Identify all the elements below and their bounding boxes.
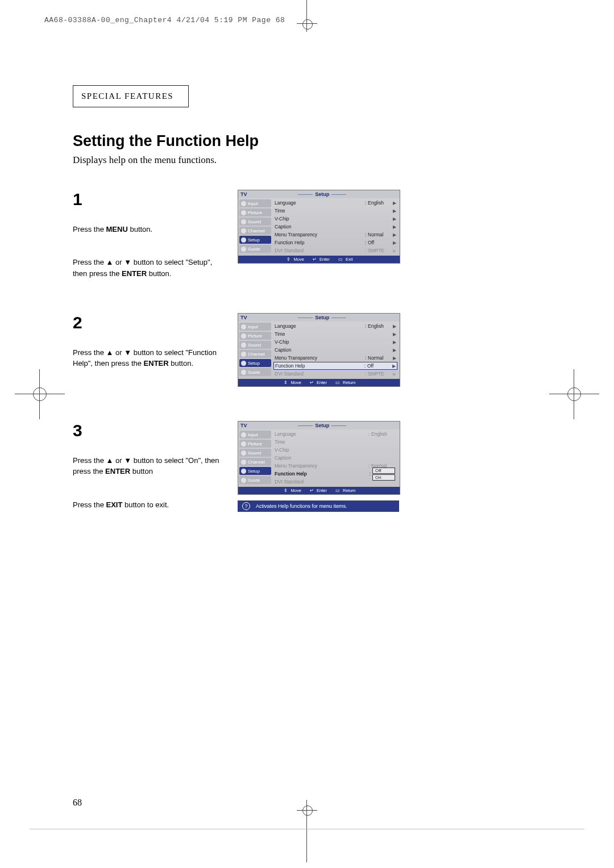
osd-tv-label: TV [240,191,247,197]
down-arrow-icon: ▼ [124,456,131,465]
up-arrow-icon: ▲ [106,258,114,266]
help-icon: ? [242,502,250,510]
osd-row-function-help: Function Help: Off On [273,470,397,478]
step-2: 2 Press the ▲ or ▼ button to select "Fun… [73,313,541,387]
osd-screenshot-3: TV Setup Input Picture Sound Channel Set… [238,421,400,495]
step-number: 1 [73,190,221,209]
up-arrow-icon: ▲ [106,456,114,465]
sidebar-item: Sound [239,218,271,226]
crop-mark-top [300,22,314,44]
right-arrow-icon: ▶ [393,240,396,245]
page-bottom-rule [30,829,584,829]
step-1: 1 Press the MENU button. Press the ▲ or … [73,190,541,279]
help-tooltip-bar: ? Activates Help functions for menu item… [238,500,399,512]
step-body: Press the ▲ or ▼ button to select "Funct… [73,336,221,369]
sidebar-item: Guide [239,245,271,253]
osd-screenshot-2: TV Setup Input Picture Sound Channel Set… [238,313,400,387]
osd-title: Setup [247,423,397,428]
input-icon [241,201,246,206]
sidebar-item-selected: Setup [239,236,271,244]
sidebar-item: Input [239,199,271,207]
osd-sidebar: Input Picture Sound Channel Setup Guide [238,198,272,256]
registration-mark-right [563,383,586,406]
right-arrow-icon: ▶ [393,224,396,229]
dropdown-option: Off [372,468,395,474]
page-title: Setting the Function Help [73,132,541,150]
down-arrow-icon: ▼ [124,348,131,357]
osd-title: Setup [247,315,397,320]
sidebar-item: Channel [239,227,271,235]
osd-screenshot-1: TV Setup Input Picture Sound Channel Set… [238,190,400,264]
guide-icon [241,247,246,252]
right-arrow-icon: ▶ [393,248,396,253]
osd-tv-label: TV [240,423,247,428]
step-number: 2 [73,313,221,332]
section-label: SPECIAL FEATURES [73,85,189,107]
right-arrow-icon: ▶ [393,208,396,214]
down-arrow-icon: ▼ [124,258,131,266]
up-arrow-icon: ▲ [106,348,114,357]
picture-icon [241,210,246,215]
registration-mark-left [28,383,51,406]
page-number: 68 [73,798,82,808]
osd-footer: ⇕ Move ↵ Enter ▭ Exit [238,256,400,263]
step-number: 3 [73,421,221,440]
crop-mark-bottom [300,800,314,823]
right-arrow-icon: ▶ [393,201,396,206]
step-3: 3 Press the ▲ or ▼ button to select "On"… [73,421,541,512]
step-body: Press the MENU button. Press the ▲ or ▼ … [73,212,221,279]
setup-icon [241,237,246,243]
osd-tv-label: TV [240,315,247,320]
manual-page: AA68-03388A-00_eng_Chapter4 4/21/04 5:19… [0,0,614,868]
channel-icon [241,228,246,233]
right-arrow-icon: ▶ [393,232,396,237]
osd-row-highlighted: Function Help:Off▶ [273,362,397,370]
osd-main: Language:English▶ Time▶ V-Chip▶ Caption▶… [272,198,400,256]
osd-title: Setup [247,191,397,197]
right-arrow-icon: ▶ [393,216,396,222]
page-subtitle: Displays help on the menu functions. [73,155,541,166]
print-header: AA68-03388A-00_eng_Chapter4 4/21/04 5:19… [44,16,285,24]
step-body: Press the ▲ or ▼ button to select "On", … [73,444,221,510]
sound-icon [241,219,246,224]
help-tooltip-text: Activates Help functions for menu items. [256,503,347,509]
sidebar-item: Picture [239,208,271,216]
content-area: SPECIAL FEATURES Setting the Function He… [73,85,541,512]
